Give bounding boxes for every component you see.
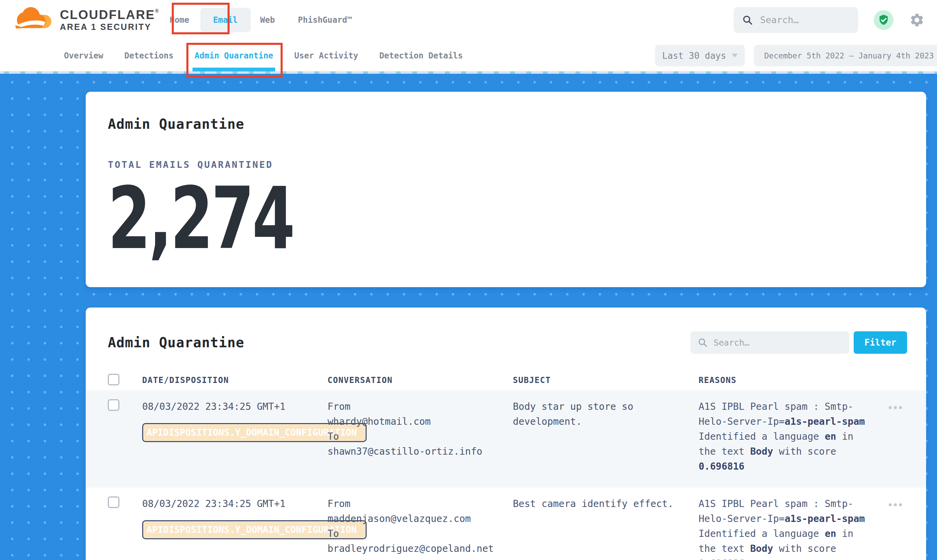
tab-detection-details[interactable]: Detection Details [379,40,463,71]
to-address: shawn37@castillo-ortiz.info [327,444,513,459]
table-search[interactable] [690,331,849,354]
table-card-title: Admin Quarantine [108,335,244,351]
table-header-row: DATE/DISPOSITION CONVERSATION SUBJECT RE… [86,370,926,391]
brand-text: CLOUDFLARE® AREA 1 SECURITY [60,9,159,31]
period-label: Last 30 days [662,51,726,61]
quarantine-table-card: Admin Quarantine Filter DATE/DISPOSITION… [86,308,926,560]
summary-card: Admin Quarantine TOTAL EMAILS QUARANTINE… [86,92,926,287]
row-subject: Best camera identify effect. [513,497,679,560]
top-nav-items: Home Email Web PhishGuard™ [168,8,353,32]
email-sub-nav: Overview Detections Admin Quarantine Use… [0,40,937,71]
row-reasons: A1S IPBL Pearl spam : Smtp-Helo-Server-I… [699,497,884,560]
row-conversation: From whardy@hotmail.com To shawn37@casti… [327,399,513,488]
table-row[interactable]: 08/03/2022 23:34:25 GMT+1 APIDISPOSITION… [86,488,926,560]
select-all-checkbox[interactable] [108,374,119,385]
shield-check-icon [877,14,890,26]
table-search-input[interactable] [713,337,835,348]
tab-admin-quarantine[interactable]: Admin Quarantine [195,40,273,71]
from-label: From [327,497,513,511]
ellipsis-menu-icon[interactable] [887,501,904,508]
row-date: 08/03/2022 23:34:25 GMT+1 [142,497,327,511]
top-nav-right [733,0,925,40]
nav-item-phishguard[interactable]: PhishGuard™ [296,15,353,25]
search-icon [742,15,753,25]
row-checkbox[interactable] [108,399,119,411]
row-subject: Body star up store so development. [513,399,679,488]
row-date: 08/03/2022 23:34:25 GMT+1 [142,399,327,414]
to-label: To [327,526,513,541]
nav-item-email[interactable]: Email [213,15,238,25]
caret-down-icon [732,54,738,57]
row-conversation: From maddenjason@velazquez.com To bradle… [327,497,513,560]
to-label: To [327,429,513,444]
search-icon [698,338,707,347]
sub-nav-tabs: Overview Detections Admin Quarantine Use… [0,40,463,71]
col-header-conversation: CONVERSATION [327,375,513,385]
registered-mark: ® [155,8,159,14]
tab-user-activity[interactable]: User Activity [294,40,358,71]
period-dropdown[interactable]: Last 30 days [655,45,745,66]
table-row[interactable]: 08/03/2022 23:34:25 GMT+1 APIDISPOSITION… [86,391,926,488]
date-range-label: December 5th 2022 — January 4th 2023 [764,51,934,60]
table-controls: Filter [690,331,907,354]
row-checkbox[interactable] [108,497,119,508]
ellipsis-menu-icon[interactable] [887,404,904,411]
brand-tagline: AREA 1 SECURITY [60,23,159,31]
global-search[interactable] [733,7,858,33]
from-label: From [327,399,513,414]
nav-item-web[interactable]: Web [259,15,276,25]
top-nav-bar: CLOUDFLARE® AREA 1 SECURITY Home Email W… [0,0,937,40]
nav-item-home[interactable]: Home [168,15,191,25]
nav-item-email-pill[interactable]: Email [200,8,251,32]
col-header-reasons: REASONS [699,375,884,385]
tab-overview[interactable]: Overview [64,40,103,71]
col-header-subject: SUBJECT [513,375,699,385]
brand-name: CLOUDFLARE [60,8,155,22]
table-body: 08/03/2022 23:34:25 GMT+1 APIDISPOSITION… [86,391,926,560]
gear-icon[interactable] [909,12,925,28]
col-header-date-disposition: DATE/DISPOSITION [142,375,327,385]
from-address: whardy@hotmail.com [327,414,513,429]
table-card-header: Admin Quarantine Filter [86,308,926,354]
row-reasons: A1S IPBL Pearl spam : Smtp-Helo-Server-I… [699,399,884,488]
protection-status-button[interactable] [874,10,894,30]
date-range-picker[interactable]: December 5th 2022 — January 4th 2023 [754,45,937,66]
global-search-input[interactable] [759,14,848,26]
from-address: maddenjason@velazquez.com [327,511,513,526]
tab-detections[interactable]: Detections [125,40,174,71]
to-address: bradleyrodriguez@copeland.net [327,541,513,556]
cloudflare-cloud-icon [13,7,56,33]
metric-value: 2,274 [108,179,681,258]
summary-card-title: Admin Quarantine [108,92,904,132]
cloudflare-logo[interactable]: CLOUDFLARE® AREA 1 SECURITY [13,7,159,33]
quarantine-table: DATE/DISPOSITION CONVERSATION SUBJECT RE… [86,370,926,560]
filter-button[interactable]: Filter [854,331,907,354]
page-background: Admin Quarantine TOTAL EMAILS QUARANTINE… [0,71,937,560]
